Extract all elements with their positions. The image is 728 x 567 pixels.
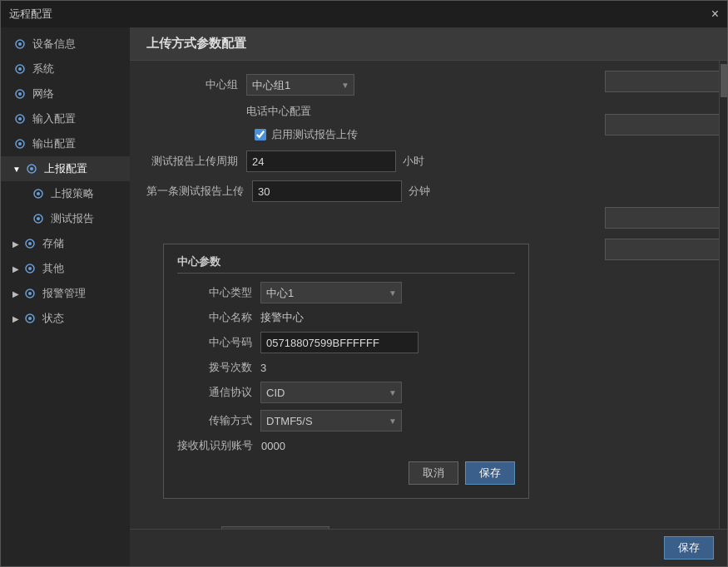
sidebar-item-test-report[interactable]: 测试报告 xyxy=(1,206,130,231)
svg-point-13 xyxy=(37,192,40,195)
sidebar-item-label: 状态 xyxy=(42,311,64,326)
receiver-account-value: 0000 xyxy=(261,440,285,452)
gear-icon xyxy=(22,236,37,251)
test-report-period-unit: 小时 xyxy=(403,154,424,169)
sidebar-item-status[interactable]: ▶ 状态 xyxy=(1,306,130,331)
svg-point-9 xyxy=(18,142,22,145)
footer-save-button[interactable]: 保存 xyxy=(664,536,714,560)
cp-label-center-name: 中心名称 xyxy=(177,310,252,325)
gear-icon xyxy=(22,286,37,301)
cp-row-receiver-account: 接收机识别账号 0000 xyxy=(177,438,515,453)
cp-buttons: 取消 保存 xyxy=(177,461,515,485)
cp-row-center-name: 中心名称 接警中心 xyxy=(177,310,515,325)
cp-label-comm-protocol: 通信协议 xyxy=(177,385,252,400)
sidebar-item-label: 报警管理 xyxy=(42,286,86,301)
gear-icon xyxy=(31,211,46,226)
panel-title: 上传方式参数配置 xyxy=(146,36,246,50)
first-test-report-input[interactable] xyxy=(252,180,402,202)
center-group-select[interactable]: 中心组1 xyxy=(246,74,354,96)
first-test-report-unit: 分钟 xyxy=(409,184,430,199)
cp-row-transfer-method: 传输方式 DTMF5/S ▼ xyxy=(177,410,515,431)
cp-label-center-number: 中心号码 xyxy=(177,335,252,350)
comm-protocol-select[interactable]: CID xyxy=(260,382,402,403)
test-report-period-input[interactable] xyxy=(246,150,396,172)
right-placeholder-4 xyxy=(605,239,721,260)
center-params-overlay: 中心参数 中心类型 中心1 ▼ 中心名称 xyxy=(163,244,529,499)
gear-icon xyxy=(22,311,37,326)
gear-icon xyxy=(12,37,27,52)
collapse-arrow-icon: ▶ xyxy=(12,264,19,274)
svg-point-5 xyxy=(18,92,22,96)
gear-icon xyxy=(31,186,46,201)
sidebar-item-label: 输出配置 xyxy=(32,136,76,151)
center-type-select-wrapper: 中心1 ▼ xyxy=(260,282,402,303)
gear-icon xyxy=(12,111,27,126)
main-channel-select[interactable]: T1 xyxy=(221,526,329,529)
dial-count-value: 3 xyxy=(260,362,266,374)
cp-label-dial-count: 拨号次数 xyxy=(177,360,252,375)
sidebar-item-input-config[interactable]: 输入配置 xyxy=(1,106,130,131)
gear-icon xyxy=(12,86,27,101)
sidebar-item-label: 输入配置 xyxy=(32,111,76,126)
gear-icon xyxy=(22,261,37,276)
expand-arrow-icon: ▼ xyxy=(12,165,21,174)
svg-point-17 xyxy=(28,242,32,245)
sidebar-item-label: 测试报告 xyxy=(51,211,94,226)
center-params-title: 中心参数 xyxy=(177,254,515,274)
svg-point-21 xyxy=(28,292,32,295)
sidebar-item-label: 系统 xyxy=(32,62,54,76)
right-placeholder-2 xyxy=(605,114,721,136)
phone-center-config-label: 电话中心配置 xyxy=(246,104,311,119)
collapse-arrow-icon: ▶ xyxy=(12,239,19,249)
gear-icon xyxy=(12,136,27,151)
panel-body: 中心组 中心组1 ▼ 电话中心配置 启用测试报告上传 xyxy=(130,61,727,529)
sidebar: 设备信息 系统 网络 输入配置 xyxy=(1,27,130,566)
collapse-arrow-icon: ▶ xyxy=(12,289,19,298)
panel-header: 上传方式参数配置 xyxy=(130,27,727,61)
sidebar-item-upload-strategy[interactable]: 上报策略 xyxy=(1,181,130,206)
sidebar-item-upload-config[interactable]: ▼ 上报配置 xyxy=(1,156,130,181)
collapse-arrow-icon: ▶ xyxy=(12,314,19,323)
scrollbar-thumb[interactable] xyxy=(721,64,727,97)
main-window: 远程配置 × 设备信息 系统 xyxy=(0,0,728,567)
cancel-button[interactable]: 取消 xyxy=(409,461,458,485)
right-placeholder-1 xyxy=(605,71,721,92)
test-report-period-label: 测试报告上传周期 xyxy=(146,154,238,169)
svg-point-1 xyxy=(18,42,22,46)
titlebar: 远程配置 × xyxy=(1,1,727,27)
sidebar-item-label: 其他 xyxy=(42,261,64,276)
cp-row-center-number: 中心号码 xyxy=(177,332,515,353)
center-number-input[interactable] xyxy=(260,332,418,353)
cp-row-dial-count: 拨号次数 3 xyxy=(177,360,515,375)
cp-label-transfer-method: 传输方式 xyxy=(177,413,252,428)
save-button[interactable]: 保存 xyxy=(465,461,515,485)
right-panel: 上传方式参数配置 中心组 xyxy=(130,27,727,566)
main-content: 设备信息 系统 网络 输入配置 xyxy=(1,27,727,566)
sidebar-item-storage[interactable]: ▶ 存储 xyxy=(1,231,130,256)
sidebar-item-label: 上报配置 xyxy=(44,161,87,176)
first-test-report-label: 第一条测试报告上传 xyxy=(146,184,244,199)
sidebar-item-output-config[interactable]: 输出配置 xyxy=(1,131,130,156)
sidebar-item-system[interactable]: 系统 xyxy=(1,57,130,81)
close-button[interactable]: × xyxy=(711,7,719,22)
bottom-bar: 保存 xyxy=(130,529,727,566)
sidebar-item-device-info[interactable]: 设备信息 xyxy=(1,32,130,57)
right-placeholder-3 xyxy=(605,207,721,229)
gear-icon xyxy=(24,161,39,176)
sidebar-item-other[interactable]: ▶ 其他 xyxy=(1,256,130,281)
sidebar-item-label: 存储 xyxy=(42,236,64,251)
main-channel-select-wrapper: T1 ▼ xyxy=(221,526,329,529)
transfer-method-select[interactable]: DTMF5/S xyxy=(260,410,402,431)
enable-test-upload-checkbox[interactable] xyxy=(255,129,266,141)
svg-point-23 xyxy=(28,317,32,320)
sidebar-item-network[interactable]: 网络 xyxy=(1,81,130,106)
cp-row-center-type: 中心类型 中心1 ▼ xyxy=(177,282,515,303)
window-title: 远程配置 xyxy=(9,7,52,22)
cp-label-receiver-account: 接收机识别账号 xyxy=(177,438,253,453)
center-type-select[interactable]: 中心1 xyxy=(260,282,402,303)
sidebar-item-label: 网络 xyxy=(32,86,54,101)
sidebar-item-label: 设备信息 xyxy=(32,37,76,52)
sidebar-item-alarm-mgmt[interactable]: ▶ 报警管理 xyxy=(1,281,130,306)
svg-point-7 xyxy=(18,117,22,121)
enable-test-upload-label: 启用测试报告上传 xyxy=(271,127,358,142)
